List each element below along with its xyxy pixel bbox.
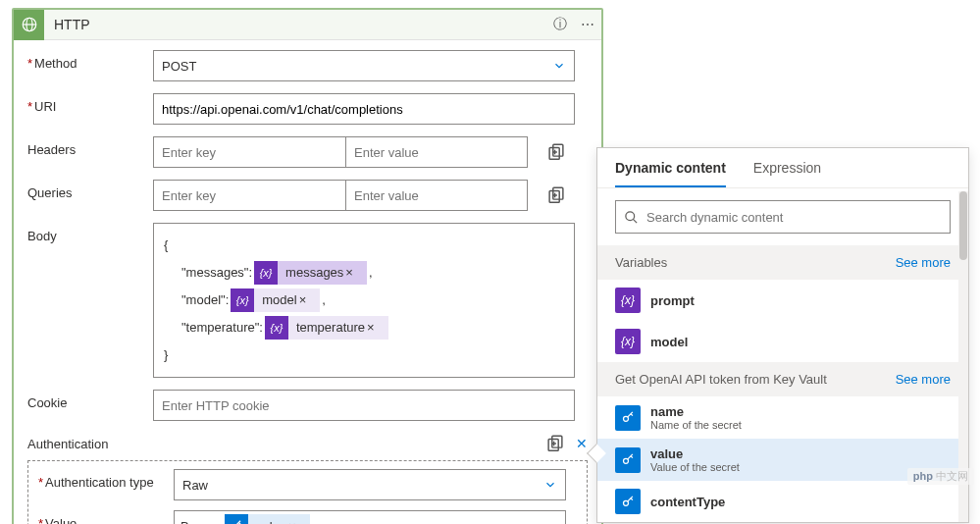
remove-token-icon[interactable]: ×	[365, 314, 381, 341]
dyn-item-kv-name[interactable]: name Name of the secret	[597, 396, 968, 439]
label-authentication: Authentication	[27, 437, 108, 451]
method-select[interactable]: POST	[153, 50, 575, 81]
cookie-input[interactable]	[153, 390, 575, 421]
more-icon[interactable]: ⋯	[574, 17, 601, 32]
tab-dynamic-content[interactable]: Dynamic content	[615, 160, 726, 187]
remove-auth-icon[interactable]: ✕	[576, 436, 588, 451]
remove-token-icon[interactable]: ×	[286, 519, 302, 525]
body-line: {	[164, 232, 564, 259]
label-auth-type: Authentication type	[38, 469, 174, 500]
remove-token-icon[interactable]: ×	[343, 259, 359, 287]
card-title: HTTP	[44, 17, 546, 32]
label-auth-value: Value	[38, 510, 174, 524]
uri-input[interactable]	[153, 93, 575, 125]
auth-value-input[interactable]: Bearer value×	[174, 510, 566, 524]
queries-value-input[interactable]	[345, 180, 528, 211]
dyn-item-prompt[interactable]: {x} prompt	[597, 280, 968, 321]
token-messages[interactable]: {x} messages×	[254, 261, 367, 285]
card-header: HTTP ⓘ ⋯	[14, 10, 601, 40]
token-model[interactable]: {x} model×	[231, 288, 320, 312]
body-line: }	[164, 341, 564, 369]
auth-type-select[interactable]: Raw	[174, 469, 566, 500]
switch-mode-icon[interactable]	[545, 141, 567, 163]
watermark: php 中文网	[907, 468, 974, 485]
body-line: "messages": {x} messages× ,	[164, 259, 564, 287]
group-variables: Variables See more	[597, 245, 968, 280]
svg-point-18	[626, 211, 635, 220]
see-more-keyvault[interactable]: See more	[896, 372, 951, 387]
body-line: "model": {x} model× ,	[164, 287, 564, 314]
label-cookie: Cookie	[27, 390, 153, 421]
http-action-card: HTTP ⓘ ⋯ Method POST URI Headers	[12, 8, 603, 524]
dynamic-content-panel: Dynamic content Expression Variables See…	[596, 147, 969, 523]
token-temperature[interactable]: {x} temperature×	[265, 316, 388, 340]
body-line: "temperature": {x} temperature×	[164, 314, 564, 341]
http-icon	[14, 10, 44, 40]
scrollbar-thumb[interactable]	[959, 191, 967, 260]
headers-key-input[interactable]	[153, 136, 345, 168]
remove-token-icon[interactable]: ×	[297, 287, 313, 314]
method-value: POST	[162, 59, 196, 74]
auth-section: Authentication type Raw Value Bearer val…	[27, 460, 588, 524]
keyvault-icon	[615, 489, 641, 514]
search-icon	[624, 210, 639, 225]
label-uri: URI	[27, 93, 153, 125]
svg-line-25	[631, 456, 633, 458]
svg-point-20	[623, 416, 628, 421]
variable-icon: {x}	[615, 288, 641, 313]
card-body: Method POST URI Headers	[14, 40, 601, 524]
keyvault-icon	[615, 447, 641, 473]
label-headers: Headers	[27, 136, 153, 168]
switch-mode-icon[interactable]	[544, 433, 566, 454]
keyvault-icon	[615, 405, 641, 431]
variable-icon: {x}	[265, 316, 288, 340]
see-more-variables[interactable]: See more	[896, 255, 951, 270]
tab-expression[interactable]: Expression	[753, 160, 821, 187]
dynamic-search-input[interactable]	[615, 200, 951, 234]
auth-title-row: Authentication ✕	[27, 433, 588, 454]
label-queries: Queries	[27, 180, 153, 211]
svg-line-22	[631, 414, 633, 416]
svg-line-19	[633, 219, 637, 223]
headers-value-input[interactable]	[345, 136, 528, 168]
svg-line-28	[631, 498, 633, 499]
dyn-item-model[interactable]: {x} model	[597, 321, 968, 362]
group-keyvault: Get OpenAI API token from Key Vault See …	[597, 362, 968, 396]
token-kv-value[interactable]: value×	[225, 514, 310, 524]
variable-icon: {x}	[254, 261, 278, 285]
svg-point-26	[623, 500, 628, 505]
label-method: Method	[27, 50, 153, 81]
queries-key-input[interactable]	[153, 180, 345, 211]
info-icon[interactable]: ⓘ	[546, 16, 574, 33]
keyvault-icon	[225, 514, 248, 524]
label-body: Body	[27, 223, 153, 243]
variable-icon: {x}	[231, 288, 254, 312]
dyn-item-kv-contenttype[interactable]: contentType	[597, 481, 968, 522]
panel-tabs: Dynamic content Expression	[597, 148, 968, 188]
auth-type-value: Raw	[182, 478, 208, 493]
chevron-down-icon	[543, 478, 557, 492]
svg-point-23	[623, 458, 628, 463]
chevron-down-icon	[552, 59, 566, 73]
switch-mode-icon[interactable]	[545, 184, 567, 206]
variable-icon: {x}	[615, 329, 641, 354]
body-editor[interactable]: { "messages": {x} messages× , "model": {…	[153, 223, 575, 378]
